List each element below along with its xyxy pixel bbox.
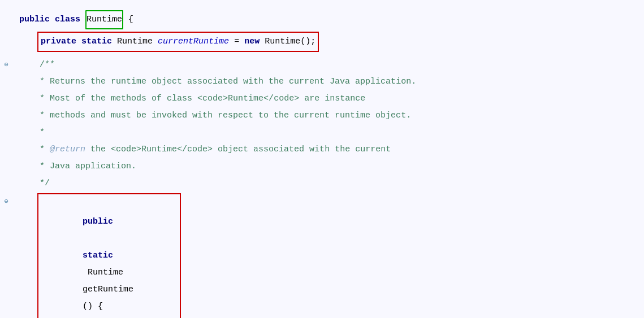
classname-box: Runtime — [85, 10, 123, 29]
line-class-declaration: public class Runtime { — [0, 10, 644, 29]
javadoc-line6: * Java application. — [17, 158, 136, 175]
javadoc-open: /** — [17, 56, 55, 73]
line-javadoc-open: ⊖ /** — [0, 56, 644, 73]
javadoc-line4: * — [17, 124, 45, 141]
gutter-collapse[interactable]: ⊖ — [0, 56, 17, 73]
javadoc-line1: * Returns the runtime object associated … — [17, 73, 416, 90]
code-editor: public class Runtime { private static Ru… — [0, 6, 644, 318]
keyword-static-method: static — [83, 251, 113, 260]
keyword-public-method: public — [83, 217, 113, 226]
line-field-declaration: private static Runtime currentRuntime = … — [0, 32, 644, 52]
line-javadoc-3: * methods and must be invoked with respe… — [0, 107, 644, 124]
line-javadoc-2: * Most of the methods of class <code>Run… — [0, 90, 644, 107]
gutter-method-collapse[interactable]: ⊖ — [0, 193, 17, 210]
line-javadoc-4: * — [0, 124, 644, 141]
spacer-1 — [0, 52, 644, 56]
javadoc-line5: * @return the <code>Runtime</code> objec… — [17, 141, 391, 158]
line-javadoc-5: * @return the <code>Runtime</code> objec… — [0, 141, 644, 158]
javadoc-close: */ — [17, 175, 50, 192]
line-javadoc-6: * Java application. — [0, 158, 644, 175]
keyword-class: class — [55, 15, 80, 24]
line-method-block: ⊖ public static Runtime getRuntime () { … — [0, 193, 644, 318]
keyword-new: new — [244, 37, 260, 46]
class-declaration-code: public class Runtime { — [17, 10, 133, 29]
var-currentruntime: currentRuntime — [158, 37, 229, 46]
javadoc-tag-return: @return — [50, 145, 85, 154]
javadoc-line2: * Most of the methods of class <code>Run… — [17, 90, 365, 107]
field-box: private static Runtime currentRuntime = … — [37, 32, 319, 52]
line-javadoc-1: * Returns the runtime object associated … — [0, 73, 644, 90]
keyword-static: static — [81, 37, 112, 46]
keyword-private: private — [41, 37, 76, 46]
method-signature: public static Runtime getRuntime () { — [42, 197, 176, 318]
method-name: getRuntime — [83, 285, 133, 294]
javadoc-line3: * methods and must be invoked with respe… — [17, 107, 411, 124]
keyword-public: public — [19, 15, 50, 24]
method-box: public static Runtime getRuntime () { re… — [37, 193, 181, 318]
brace-open: { — [123, 15, 133, 24]
line-javadoc-close: */ — [0, 175, 644, 192]
class-name: Runtime — [87, 15, 122, 24]
